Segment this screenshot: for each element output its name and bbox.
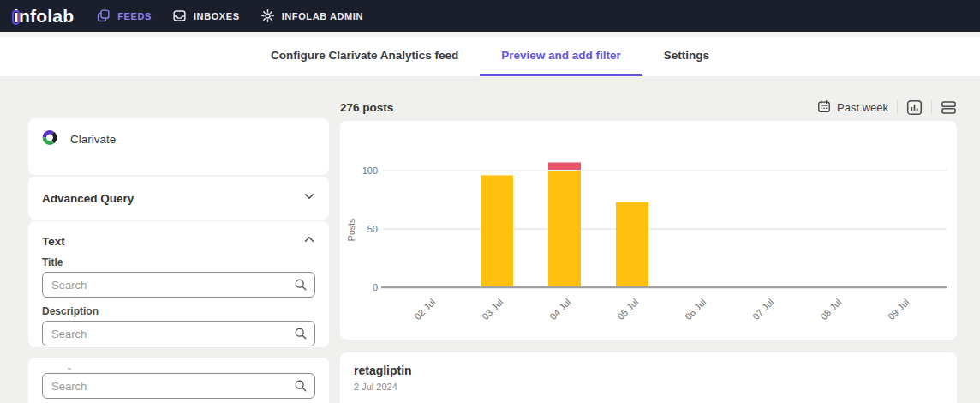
list-view-button[interactable] [941,99,957,116]
calendar-icon [817,99,831,116]
additional-search [42,373,315,399]
logo-text: nfolab [19,6,74,26]
header-nav: FEEDS INBOXES INFOLAB ADMIN [96,9,363,23]
svg-text:100: 100 [362,165,378,176]
tab-configure-feed[interactable]: Configure Clarivate Analytics feed [249,37,480,76]
clipped-label-fragment [68,368,71,370]
svg-text:09 Jul: 09 Jul [886,297,911,322]
results-toolbar: 276 posts Past week [340,99,957,116]
tab-settings[interactable]: Settings [642,37,731,76]
chevron-down-icon [303,190,315,206]
title-search [42,272,315,298]
svg-text:05 Jul: 05 Jul [615,297,640,322]
description-field-label: Description [42,305,315,317]
clarivate-logo-icon [42,129,58,149]
title-field-label: Title [42,256,315,268]
svg-text:04 Jul: 04 Jul [547,297,572,322]
app-header: infolab FEEDS INBOXES INFOLAB ADMIN [0,0,980,32]
main-panel: 276 posts Past week [340,99,957,403]
description-search [42,321,315,346]
nav-inboxes-label: INBOXES [194,11,240,21]
text-filter-section: Text Title Description [28,221,329,347]
svg-text:06 Jul: 06 Jul [683,297,708,322]
description-search-input[interactable] [42,321,315,346]
additional-search-input[interactable] [42,373,315,399]
app: infolab FEEDS INBOXES INFOLAB ADMIN [0,0,980,403]
date-range-picker[interactable]: Past week [817,99,888,116]
posts-chart: 05010002 Jul03 Jul04 Jul05 Jul06 Jul07 J… [344,124,953,334]
advanced-query-label: Advanced Query [42,192,134,205]
feed-source-card[interactable]: Clarivate [28,118,329,175]
logo-letter-i: i [14,6,19,26]
advanced-query-section[interactable]: Advanced Query [28,177,329,220]
gear-icon [260,9,275,23]
svg-text:0: 0 [373,282,378,292]
feed-name: Clarivate [70,133,116,146]
post-title: retagliptin [354,364,943,377]
date-range-label: Past week [837,101,888,114]
text-section-label: Text [42,235,65,248]
filter-sidebar: Clarivate Advanced Query Text Title [28,118,329,403]
svg-text:Posts: Posts [346,219,356,241]
page-content: Clarivate Advanced Query Text Title [0,76,980,403]
post-date: 2 Jul 2024 [354,382,943,392]
svg-text:08 Jul: 08 Jul [818,297,843,322]
svg-text:02 Jul: 02 Jul [412,297,437,322]
inbox-icon [172,9,187,23]
view-controls: Past week [817,99,957,116]
svg-text:07 Jul: 07 Jul [750,297,775,322]
nav-infolab-admin[interactable]: INFOLAB ADMIN [260,9,363,23]
tab-preview-and-add-filter[interactable]: Preview and add filter [480,37,642,76]
nav-feeds-label: FEEDS [117,11,152,21]
text-section-toggle[interactable]: Text [42,233,315,249]
divider [897,100,898,114]
additional-filter-section [28,358,329,403]
nav-feeds[interactable]: FEEDS [96,9,152,23]
nav-inboxes[interactable]: INBOXES [172,9,240,23]
posts-count: 276 posts [340,101,393,114]
feeds-icon [96,9,111,23]
chevron-up-icon [303,233,315,249]
tab-bar: Configure Clarivate Analytics feed Previ… [0,37,980,76]
posts-chart-card: 05010002 Jul03 Jul04 Jul05 Jul06 Jul07 J… [340,121,957,340]
app-logo[interactable]: infolab [14,6,74,27]
nav-infolab-admin-label: INFOLAB ADMIN [282,11,363,21]
title-search-input[interactable] [42,272,315,298]
divider [931,100,932,114]
svg-text:50: 50 [368,224,378,234]
chart-view-button[interactable] [906,99,923,116]
post-list-item[interactable]: retagliptin 2 Jul 2024 [340,352,957,403]
svg-text:03 Jul: 03 Jul [480,297,505,322]
